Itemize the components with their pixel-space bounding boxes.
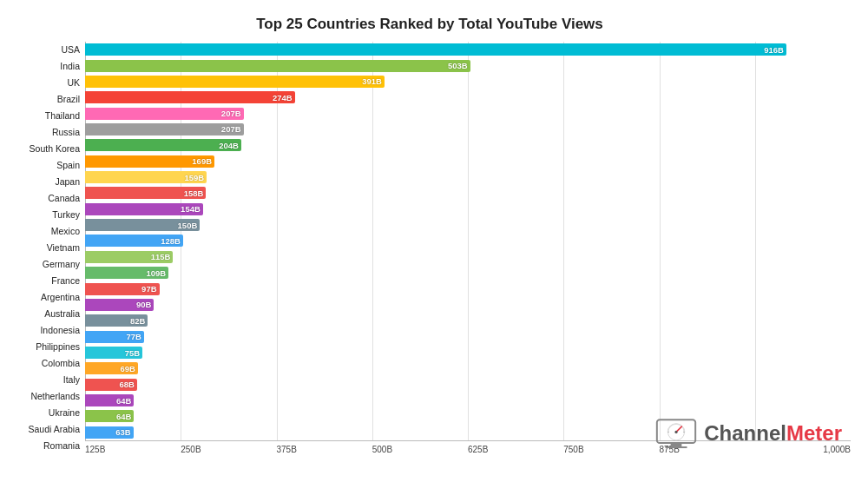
bar-row: 68B xyxy=(85,379,851,391)
bar-value-label: 916B xyxy=(764,45,786,55)
bar-row: 154B xyxy=(85,203,851,215)
bar-canada: 158B xyxy=(85,187,206,199)
bars-area: 916B503B391B274B207B207B204B169B159B158B… xyxy=(85,42,851,440)
y-label-argentina: Argentina xyxy=(41,293,80,302)
bar-row: 391B xyxy=(85,76,851,88)
x-tick: 125B xyxy=(85,445,181,454)
x-tick: 250B xyxy=(181,445,276,454)
bar-germany: 115B xyxy=(85,251,173,263)
y-label-philippines: Philippines xyxy=(36,342,80,352)
bar-colombia: 75B xyxy=(85,347,142,359)
bar-value-label: 63B xyxy=(115,427,133,437)
bar-value-label: 503B xyxy=(448,61,470,70)
bar-value-label: 90B xyxy=(136,300,154,309)
bar-spain: 169B xyxy=(85,155,214,168)
chart-title: Top 25 Countries Ranked by Total YouTube… xyxy=(9,16,851,33)
y-label-canada: Canada xyxy=(48,194,80,203)
bar-netherlands: 68B xyxy=(85,379,137,391)
y-label-spain: Spain xyxy=(56,161,80,170)
y-label-uk: UK xyxy=(67,78,80,88)
y-label-vietnam: Vietnam xyxy=(47,243,80,253)
x-tick: 375B xyxy=(277,445,372,454)
bar-brazil: 274B xyxy=(85,91,295,103)
y-label-saudi-arabia: Saudi Arabia xyxy=(28,425,80,434)
bar-row: 115B xyxy=(85,251,851,263)
bar-row: 109B xyxy=(85,267,851,279)
svg-rect-1 xyxy=(671,443,682,446)
y-label-france: France xyxy=(51,276,80,286)
bar-value-label: 274B xyxy=(273,93,295,102)
bar-value-label: 207B xyxy=(221,109,244,118)
bar-uk: 391B xyxy=(85,76,385,88)
bar-india: 503B xyxy=(85,60,470,72)
bar-value-label: 391B xyxy=(362,76,385,86)
bar-australia: 90B xyxy=(85,299,154,311)
x-tick: 500B xyxy=(372,445,468,454)
y-label-netherlands: Netherlands xyxy=(30,392,80,401)
bar-argentina: 97B xyxy=(85,283,160,295)
bar-value-label: 64B xyxy=(116,396,134,406)
y-label-germany: Germany xyxy=(43,260,80,269)
bar-vietnam: 128B xyxy=(85,235,183,247)
bar-row: 207B xyxy=(85,108,851,120)
y-label-brazil: Brazil xyxy=(57,95,80,104)
y-label-russia: Russia xyxy=(52,128,80,137)
bar-row: 90B xyxy=(85,299,851,311)
bar-value-label: 109B xyxy=(146,268,168,278)
bar-value-label: 115B xyxy=(151,252,174,261)
bar-mexico: 150B xyxy=(85,219,200,231)
bar-usa: 916B xyxy=(85,43,786,56)
bar-value-label: 64B xyxy=(116,412,134,421)
y-axis: USAIndiaUKBrazilThailandRussiaSouth Kore… xyxy=(9,42,85,454)
y-label-south-korea: South Korea xyxy=(30,144,80,154)
bars-and-xaxis: 916B503B391B274B207B207B204B169B159B158B… xyxy=(85,42,851,454)
y-label-ukraine: Ukraine xyxy=(49,408,80,418)
bar-row: 64B xyxy=(85,394,851,406)
bar-row: 77B xyxy=(85,331,851,343)
bar-russia: 207B xyxy=(85,123,244,135)
bar-value-label: 158B xyxy=(184,188,207,198)
bar-ukraine: 64B xyxy=(85,394,134,406)
bar-row: 274B xyxy=(85,91,851,103)
y-label-japan: Japan xyxy=(55,177,80,187)
y-label-australia: Australia xyxy=(44,309,80,319)
y-label-indonesia: Indonesia xyxy=(40,326,80,335)
y-label-romania: Romania xyxy=(43,441,80,451)
bar-row: 75B xyxy=(85,347,851,359)
bar-row: 63B xyxy=(85,426,851,439)
chart-container: Top 25 Countries Ranked by Total YouTube… xyxy=(0,0,868,489)
bar-thailand: 207B xyxy=(85,108,244,120)
bar-row: 916B xyxy=(85,43,851,56)
bar-value-label: 77B xyxy=(126,332,143,341)
y-label-turkey: Turkey xyxy=(52,210,80,220)
bar-value-label: 169B xyxy=(192,156,214,166)
bar-italy: 69B xyxy=(85,362,138,374)
y-label-mexico: Mexico xyxy=(51,227,80,236)
bar-row: 169B xyxy=(85,155,851,168)
bar-france: 109B xyxy=(85,267,168,279)
chart-body: USAIndiaUKBrazilThailandRussiaSouth Kore… xyxy=(9,42,851,454)
bar-row: 207B xyxy=(85,123,851,135)
bar-row: 159B xyxy=(85,171,851,183)
bar-row: 64B xyxy=(85,410,851,422)
bar-row: 158B xyxy=(85,187,851,199)
bar-indonesia: 82B xyxy=(85,314,148,327)
bar-value-label: 150B xyxy=(178,221,201,230)
bar-row: 128B xyxy=(85,235,851,247)
bar-south-korea: 204B xyxy=(85,139,241,151)
bar-value-label: 154B xyxy=(181,204,203,214)
bar-romania: 63B xyxy=(85,426,134,439)
bar-value-label: 68B xyxy=(120,380,137,389)
x-tick: 625B xyxy=(468,445,563,454)
y-label-india: India xyxy=(60,62,80,71)
bar-value-label: 75B xyxy=(125,348,142,358)
y-label-usa: USA xyxy=(61,45,80,55)
bar-japan: 159B xyxy=(85,171,207,183)
bar-value-label: 128B xyxy=(161,236,183,246)
y-label-colombia: Colombia xyxy=(42,359,80,368)
y-label-italy: Italy xyxy=(63,375,80,385)
bar-value-label: 207B xyxy=(221,124,244,134)
svg-rect-2 xyxy=(666,446,687,448)
bar-philippines: 77B xyxy=(85,331,144,343)
bar-row: 204B xyxy=(85,139,851,151)
